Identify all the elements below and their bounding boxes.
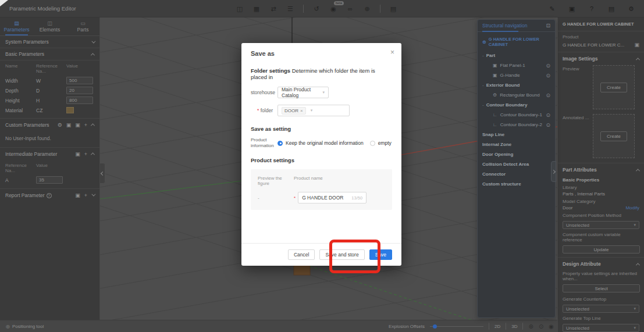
view-2d-button[interactable]: 2D: [494, 324, 500, 329]
chevron-up-icon[interactable]: [91, 123, 95, 127]
mirror-tool-icon[interactable]: ◫: [236, 5, 244, 13]
eye-icon[interactable]: ⊙: [546, 63, 550, 69]
storehouse-select[interactable]: Main Product Catalog ▾: [277, 87, 329, 98]
edit-pencil-icon[interactable]: ✎: [548, 5, 556, 13]
tree-group-connector[interactable]: Connector: [478, 169, 555, 179]
select-button[interactable]: Select: [563, 284, 640, 292]
axis-toggle-icon[interactable]: ⊛: [528, 323, 533, 330]
create-annotated-button[interactable]: Create: [600, 131, 627, 141]
gear-icon[interactable]: ⚙: [58, 122, 62, 128]
save-and-store-button[interactable]: Save and store: [319, 249, 364, 260]
export-icon[interactable]: ▣: [75, 122, 80, 128]
tree-group-snap-line[interactable]: Snap Line: [478, 130, 555, 140]
product-name-input[interactable]: G HANDLE DOOR 13/50: [298, 192, 367, 204]
chevron-up-icon[interactable]: [91, 152, 95, 156]
chevron-down-icon: ▾: [634, 306, 636, 311]
tree-group-exterior-bound[interactable]: -Exterior Bound: [478, 80, 555, 90]
array-tool-icon[interactable]: ▦: [252, 5, 261, 13]
param-value-input[interactable]: 20: [66, 87, 93, 94]
section-part-attributes[interactable]: Part Attributes: [558, 163, 644, 176]
y-axis-dashed: [300, 263, 507, 320]
explosion-offset-slider[interactable]: [430, 326, 483, 327]
tree-item-contour-boundary-2[interactable]: ∟ Contour Boundary-2 ⊙: [478, 120, 555, 130]
annotated-dropzone: Create: [593, 114, 635, 158]
screenshot-icon[interactable]: ▣: [568, 5, 576, 13]
section-custom-parameters[interactable]: Custom Parameters ⚙ ▣ ▣ +: [0, 119, 99, 131]
eye-icon[interactable]: ⊙: [546, 92, 550, 98]
document-tool-icon[interactable]: ▤: [389, 5, 397, 13]
eye-icon[interactable]: ⊙: [546, 112, 550, 118]
tree-group-collision-detect-area[interactable]: Collision Detect Area: [478, 159, 555, 169]
tree-group-contour-boundary[interactable]: -Contour Boundary: [478, 100, 555, 110]
update-button[interactable]: Update: [563, 245, 640, 254]
tree-item-flat-panel[interactable]: ▣ Flat Panel-1 ⊙: [478, 60, 555, 70]
tree-group-internal-zone[interactable]: Internal Zone: [478, 140, 555, 149]
tree-item-g-handle[interactable]: ▣ G-Handle ⊙: [478, 70, 555, 80]
eye-icon[interactable]: ⊙: [546, 73, 550, 78]
expand-panel-icon[interactable]: ⊡: [546, 23, 550, 28]
tree-item-rectangular-bound[interactable]: ⚙ Rectangular Bound ⊙: [478, 90, 555, 100]
radio-keep-original[interactable]: [277, 141, 283, 146]
radio-empty[interactable]: [370, 141, 375, 146]
product-link-icon[interactable]: ▣: [634, 42, 639, 48]
section-system-parameters[interactable]: System Parameters: [0, 36, 99, 48]
nav-panel-collapse-handle[interactable]: [551, 161, 556, 182]
section-intermediate-parameter[interactable]: Intermediate Parameter ▣ +: [0, 148, 99, 160]
info-icon[interactable]: ?: [47, 193, 52, 198]
tab-elements[interactable]: ◫ Elements: [33, 17, 66, 35]
slider-knob[interactable]: [433, 324, 437, 329]
close-icon[interactable]: ×: [390, 48, 394, 56]
param-value-input[interactable]: 35: [36, 176, 63, 184]
component-position-select[interactable]: Unselected ▾: [563, 221, 639, 229]
help-icon[interactable]: ?: [588, 5, 596, 12]
remove-tag-icon[interactable]: ×: [300, 108, 303, 113]
inherit-settings-label: Property value settings are inherited wh…: [558, 270, 644, 283]
add-icon[interactable]: +: [84, 192, 87, 198]
cancel-button[interactable]: Cancel: [288, 249, 315, 260]
import-icon[interactable]: ▣: [75, 151, 80, 157]
section-actions: ▣ +: [75, 151, 94, 157]
param-ref: D: [36, 88, 66, 94]
chevron-down-icon[interactable]: [91, 192, 95, 197]
file-icon[interactable]: ▤: [607, 5, 615, 13]
tree-group-part[interactable]: -Part: [478, 51, 555, 60]
structure-root-node[interactable]: ⚙ G HANDLE FOR LOWER CABINET: [478, 32, 555, 51]
section-design-attribute[interactable]: Design Attribute: [558, 257, 644, 270]
tab-parts[interactable]: ▭ Parts: [66, 17, 99, 35]
create-preview-button[interactable]: Create: [600, 83, 627, 92]
settings-gear-icon[interactable]: ⚙: [627, 5, 635, 13]
section-basic-parameters[interactable]: Basic Parameters: [0, 48, 99, 60]
material-swatch[interactable]: [66, 107, 74, 113]
param-value-input[interactable]: 800: [66, 97, 93, 104]
generate-top-line-select[interactable]: Unselected▾: [563, 324, 639, 332]
render-toggle-icon[interactable]: ◉: [549, 323, 554, 330]
section-image-settings[interactable]: Image Settings: [558, 52, 644, 65]
section-report-parameter[interactable]: Report Parameter? ▣ +: [0, 189, 99, 201]
folder-select[interactable]: DOOR× ▾: [277, 105, 350, 116]
save-button[interactable]: Save: [369, 249, 392, 260]
tree-item-contour-boundary-1[interactable]: ∟ Contour Boundary-1 ⊙: [478, 110, 555, 120]
measure-tool-icon[interactable]: ⊕: [363, 5, 371, 13]
item-label: Flat Panel-1: [500, 63, 525, 68]
tree-group-custom-structure[interactable]: Custom structure: [478, 179, 555, 189]
visibility-toggle-icon[interactable]: ⊙: [539, 323, 543, 330]
tree-group-door-opening[interactable]: Door Opening: [478, 149, 555, 159]
modify-link[interactable]: Modify: [625, 205, 639, 210]
add-icon[interactable]: +: [84, 151, 87, 157]
import-icon[interactable]: ▣: [75, 192, 80, 198]
tab-parameters[interactable]: ▤ Parameters: [0, 17, 33, 35]
dimension-tool-icon[interactable]: ⇄: [269, 5, 277, 13]
positioning-tool[interactable]: ◎ Positioning tool: [0, 324, 44, 329]
list-tool-icon[interactable]: ☰: [286, 5, 294, 13]
view-3d-button[interactable]: 3D: [511, 324, 517, 329]
add-icon[interactable]: +: [84, 122, 87, 128]
eye-icon[interactable]: ⊙: [546, 122, 550, 128]
link-tool-icon[interactable]: ∞: [346, 5, 354, 12]
magnet-tool-icon[interactable]: ◉beta: [329, 5, 337, 13]
sidebar-collapse-handle[interactable]: [100, 163, 105, 184]
param-value-input[interactable]: 500: [66, 77, 93, 84]
undo-icon[interactable]: ↺: [312, 5, 321, 13]
generate-countertop-select[interactable]: Unselected▾: [563, 305, 639, 313]
structure-nav-title[interactable]: Structural navigation: [482, 23, 546, 28]
import-icon[interactable]: ▣: [66, 122, 72, 128]
